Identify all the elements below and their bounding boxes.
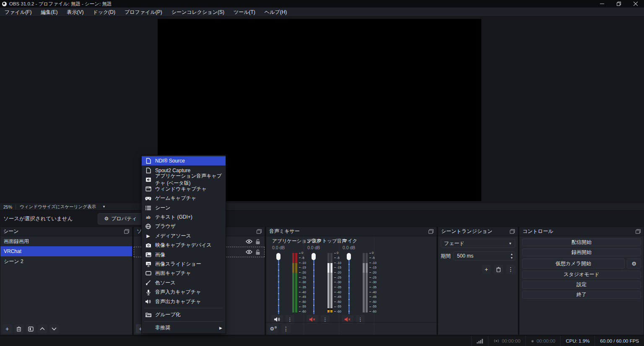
controls-panel-header: コントロール <box>519 227 644 236</box>
scene-filters-button[interactable] <box>26 324 35 333</box>
menu-edit[interactable]: 編集(E) <box>36 8 62 17</box>
slider-handle[interactable] <box>276 253 280 260</box>
tick-mark <box>299 302 301 302</box>
spin-up-icon[interactable]: ▲ <box>510 252 513 256</box>
mixer-channel-desktop-audio: デスクトップ音声 0.0 dB 0-5-10-15-20-25-30-35-40… <box>304 236 339 325</box>
menu-item-ndi-source[interactable]: NDI® Source <box>142 156 226 165</box>
menu-item-media-source[interactable]: ▶ メディアソース <box>142 231 226 240</box>
image-icon <box>145 252 151 257</box>
scene-item[interactable]: シーン 2 <box>0 256 132 266</box>
menu-item-image-slideshow[interactable]: 画像スライドショー <box>142 259 226 269</box>
unlock-icon[interactable] <box>255 249 260 255</box>
chevron-down-icon[interactable]: ▼ <box>100 205 112 209</box>
add-transition-button[interactable]: + <box>482 265 491 274</box>
move-scene-down-button[interactable] <box>49 324 59 333</box>
start-virtual-camera-button[interactable]: 仮想カメラ開始 <box>522 258 625 269</box>
minimize-button[interactable] <box>594 0 610 8</box>
advanced-audio-button[interactable]: ⚙⚙ <box>269 324 278 333</box>
virtual-camera-settings-button[interactable]: ⚙ <box>627 258 641 269</box>
menu-scene-collection[interactable]: シーンコレクション(S) <box>167 8 229 17</box>
chevron-up-icon <box>40 327 45 331</box>
menu-file[interactable]: ファイル(F) <box>0 8 36 17</box>
remove-transition-button[interactable] <box>494 265 503 274</box>
eye-visible-icon[interactable] <box>246 250 252 254</box>
popout-icon[interactable] <box>124 229 129 234</box>
gears-icon: ⚙⚙ <box>270 326 277 332</box>
popout-icon[interactable] <box>257 229 262 234</box>
menu-item-audio-input-capture[interactable]: 音声入力キャプチャ <box>142 287 226 297</box>
start-recording-button[interactable]: 録画開始 <box>522 248 641 256</box>
menu-item-group[interactable]: グループ化 <box>142 310 226 319</box>
popout-icon[interactable] <box>428 229 434 234</box>
channel-name: アプリケーション音声 <box>269 236 304 244</box>
slider-handle[interactable] <box>312 253 316 260</box>
unlock-icon[interactable] <box>255 239 260 245</box>
selected-source-toolbar: ソースが選択されていません ⚙ プロパティ フィルタ <box>0 211 644 227</box>
menu-item-game-capture[interactable]: ゲームキャプチャ <box>142 194 226 203</box>
text-ab-icon: ab <box>146 215 151 219</box>
microphone-icon <box>146 289 151 295</box>
transition-value: フェード <box>444 240 465 247</box>
tick-mark <box>369 287 371 287</box>
tick-label: -55 <box>372 305 377 308</box>
volume-slider[interactable] <box>276 253 280 314</box>
menu-item-video-capture-device[interactable]: 映像キャプチャデバイス <box>142 241 226 250</box>
menu-item-browser[interactable]: ブラウザ <box>142 222 226 231</box>
tick-mark <box>334 263 336 263</box>
menu-item-app-audio-capture[interactable]: アプリケーション音声キャプチャ (ベータ版) <box>142 175 226 184</box>
menu-item-scene[interactable]: シーン <box>142 203 226 212</box>
properties-button[interactable]: ⚙ プロパティ <box>98 213 143 225</box>
popout-icon[interactable] <box>636 229 641 234</box>
audio-mixer-header: 音声ミキサー <box>266 227 436 236</box>
menu-item-display-capture[interactable]: 画面キャプチャ <box>142 269 226 278</box>
scene-item-selected[interactable]: VRChat <box>0 246 132 256</box>
volume-meter <box>363 253 368 312</box>
eye-visible-icon[interactable] <box>246 239 252 244</box>
studio-mode-button[interactable]: スタジオモード <box>522 271 641 279</box>
audio-mixer-title: 音声ミキサー <box>269 228 300 235</box>
menu-item-audio-output-capture[interactable]: 音声出力キャプチャ <box>142 297 226 306</box>
transition-select[interactable]: フェード ▼ <box>441 239 515 248</box>
record-timer: ● 00:00:00 <box>526 338 560 344</box>
tick-label: -50 <box>372 300 377 304</box>
folder-icon <box>145 312 151 317</box>
tick-label: -60 <box>372 310 377 313</box>
mixer-menu-button[interactable]: ⋮ <box>281 324 291 333</box>
restore-button[interactable] <box>610 0 627 8</box>
menu-item-deprecated[interactable]: 非推奨 ▶ <box>142 323 226 333</box>
duration-spinbox[interactable]: 500 ms ▲▼ <box>453 251 515 261</box>
volume-slider[interactable] <box>312 253 316 314</box>
close-button[interactable] <box>627 0 644 8</box>
move-scene-up-button[interactable] <box>38 324 47 333</box>
menu-item-color-source[interactable]: 色ソース <box>142 278 226 287</box>
remove-scene-button[interactable] <box>14 324 23 333</box>
menu-separator <box>144 308 223 308</box>
spin-down-icon[interactable]: ▼ <box>510 256 513 260</box>
menu-tools[interactable]: ツール(T) <box>229 8 260 17</box>
popout-icon[interactable] <box>510 229 515 234</box>
window-title: OBS 31.0.2 - プロファイル: 無題 - シーン: 無題 <box>9 1 112 7</box>
add-scene-button[interactable]: + <box>3 324 12 333</box>
scaling-mode-label[interactable]: ウィンドウサイズにスケーリング表示 <box>16 204 100 210</box>
menu-dock[interactable]: ドック(D) <box>88 8 120 17</box>
menu-help[interactable]: ヘルプ(H) <box>260 8 292 17</box>
menu-profile[interactable]: プロファイル(P) <box>120 8 167 17</box>
start-streaming-button[interactable]: 配信開始 <box>522 238 641 246</box>
menu-item-image[interactable]: 画像 <box>142 250 226 259</box>
settings-button[interactable]: 設定 <box>522 281 641 289</box>
tick-mark <box>334 267 336 268</box>
volume-slider[interactable] <box>347 253 351 314</box>
transition-menu-button[interactable]: ⋮ <box>506 265 515 274</box>
zoom-level[interactable]: 25% <box>0 204 16 209</box>
scene-item[interactable]: 画面録画用 <box>0 236 132 246</box>
tick-mark <box>334 258 336 258</box>
slider-handle[interactable] <box>347 253 351 260</box>
menu-view[interactable]: 表示(V) <box>62 8 88 17</box>
tick-mark <box>334 297 336 297</box>
channel-volume-db: 0.0 dB <box>304 244 339 250</box>
tick-label: -30 <box>372 281 377 284</box>
speaker-on-icon <box>274 317 280 322</box>
exit-button[interactable]: 終了 <box>522 291 641 299</box>
menu-item-text-gdi[interactable]: ab テキスト (GDI+) <box>142 212 226 222</box>
gear-icon: ⚙ <box>104 216 109 221</box>
